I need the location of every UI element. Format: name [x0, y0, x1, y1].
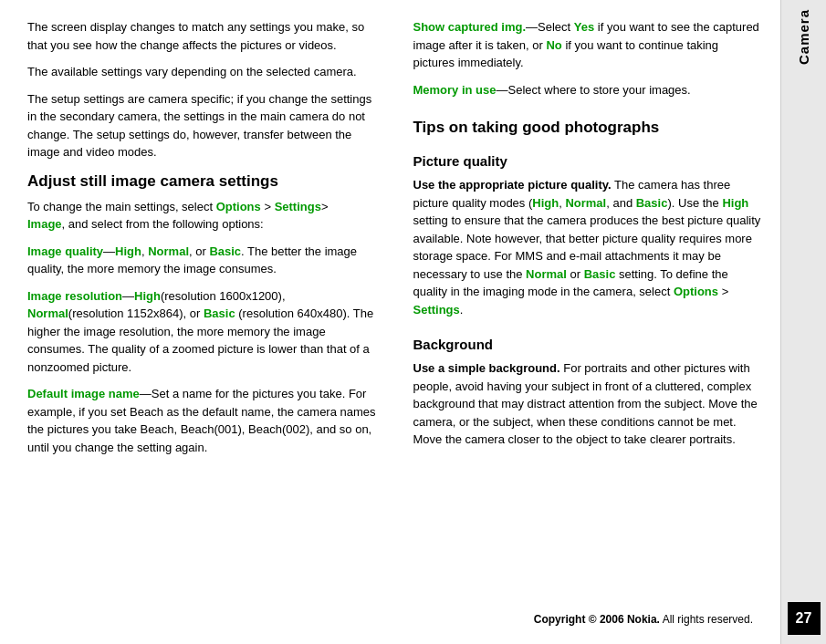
pq-comma2: , and	[606, 196, 636, 210]
paragraph-3: The setup settings are camera specific; …	[27, 90, 377, 161]
pq-text4: or	[567, 267, 584, 281]
copyright-bold: Copyright © 2006 Nokia.	[534, 613, 660, 626]
right-column-content: Show captured img.—Select Yes if you wan…	[413, 18, 763, 626]
ir-text1: (resolution 1600x1200),	[161, 289, 286, 303]
sep1: >	[261, 200, 275, 213]
image-link[interactable]: Image	[27, 217, 62, 231]
copyright-line: Copyright © 2006 Nokia. All rights reser…	[413, 613, 763, 626]
pq-normal2[interactable]: Normal	[526, 267, 567, 281]
pq-high2[interactable]: High	[722, 196, 748, 210]
tips-heading: Tips on taking good photographs	[413, 119, 763, 137]
sc-no[interactable]: No	[546, 38, 561, 52]
sidebar-label: Camera	[796, 9, 811, 65]
pq-basic2[interactable]: Basic	[584, 267, 616, 281]
page-number-box: 27	[788, 602, 821, 635]
ir-basic[interactable]: Basic	[204, 306, 235, 320]
right-column: Show captured img.—Select Yes if you wan…	[404, 18, 763, 626]
bg-bold-intro: Use a simple background.	[413, 361, 560, 375]
default-image-name-item: Default image name—Set a name for the pi…	[27, 385, 377, 456]
background-heading: Background	[413, 337, 763, 352]
pq-normal1[interactable]: Normal	[565, 196, 606, 210]
default-image-name-label: Default image name	[27, 387, 140, 400]
pq-text7: .	[460, 303, 464, 317]
settings-link[interactable]: Settings	[275, 200, 321, 213]
picture-quality-para: Use the appropriate picture quality. The…	[413, 176, 763, 318]
options-link[interactable]: Options	[216, 200, 261, 213]
iq-basic[interactable]: Basic	[209, 244, 241, 258]
paragraph-2: The available settings vary depending on…	[27, 63, 377, 81]
show-captured-label: Show captured img.	[413, 20, 527, 34]
copyright-normal: All rights reserved.	[660, 613, 753, 626]
din-sep: —	[140, 387, 152, 400]
sc-sep: —Select	[526, 20, 574, 34]
iq-high[interactable]: High	[115, 244, 141, 258]
section-adjust-intro: To change the main settings, select Opti…	[27, 198, 377, 234]
pq-settings[interactable]: Settings	[413, 303, 460, 317]
image-resolution-label: Image resolution	[27, 289, 122, 303]
pq-basic1[interactable]: Basic	[636, 196, 668, 210]
pq-options[interactable]: Options	[674, 285, 718, 298]
ir-normal[interactable]: Normal	[27, 306, 68, 320]
image-resolution-item: Image resolution—High(resolution 1600x12…	[27, 287, 377, 377]
main-content: The screen display changes to match any …	[0, 0, 780, 644]
section-adjust-heading: Adjust still image camera settings	[27, 172, 377, 191]
sc-yes[interactable]: Yes	[574, 20, 594, 34]
left-column: The screen display changes to match any …	[27, 18, 386, 626]
image-quality-label: Image quality	[27, 244, 103, 258]
iq-normal[interactable]: Normal	[148, 244, 189, 258]
pq-high1[interactable]: High	[532, 196, 559, 210]
miu-text: —Select where to store your images.	[497, 83, 691, 97]
ir-high[interactable]: High	[134, 289, 161, 303]
pq-text2: ). Use the	[667, 196, 722, 210]
paragraph-1: The screen display changes to match any …	[27, 18, 377, 54]
iq-comma2: , or	[189, 244, 209, 258]
picture-quality-heading: Picture quality	[413, 153, 763, 169]
intro-end: , and select from the following options:	[62, 217, 264, 231]
pq-text6: >	[718, 285, 728, 298]
pq-bold-intro: Use the appropriate picture quality.	[413, 178, 612, 192]
show-captured-para: Show captured img.—Select Yes if you wan…	[413, 18, 763, 72]
sep2: >	[321, 200, 329, 213]
memory-in-use-label: Memory in use	[413, 83, 497, 97]
ir-text2: (resolution 1152x864), or	[68, 306, 204, 320]
memory-in-use-para: Memory in use—Select where to store your…	[413, 81, 763, 99]
intro-text: To change the main settings, select	[27, 200, 216, 213]
ir-sep: —	[122, 289, 134, 303]
image-quality-item: Image quality—High, Normal, or Basic. Th…	[27, 243, 377, 278]
iq-sep: —	[103, 244, 115, 258]
sidebar: Camera 27	[780, 0, 826, 644]
background-para: Use a simple background. For portraits a…	[413, 359, 763, 449]
